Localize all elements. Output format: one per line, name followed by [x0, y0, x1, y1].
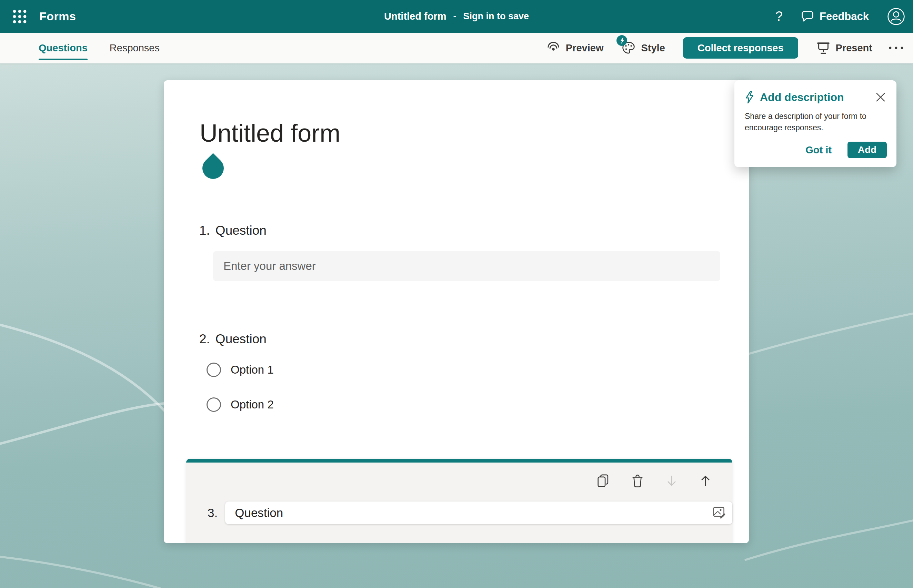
trash-icon [631, 473, 644, 488]
move-question-up-button[interactable] [698, 473, 712, 488]
person-avatar-icon [887, 7, 905, 26]
arrow-up-icon [699, 474, 712, 488]
tab-questions[interactable]: Questions [39, 33, 87, 63]
question-2-text: Question [215, 332, 267, 346]
edit-panel-accent-bar [186, 459, 732, 462]
top-app-bar: Forms Untitled form - Sign in to save ? … [0, 0, 913, 33]
question-2-label[interactable]: 2. Question [199, 332, 267, 346]
feedback-button[interactable]: Feedback [801, 10, 869, 23]
question-2-number: 2. [199, 332, 210, 346]
question-1-text: Question [215, 223, 267, 238]
delete-question-button[interactable] [630, 473, 645, 489]
document-title-group: Untitled form - Sign in to save [384, 0, 529, 33]
style-icon-group [621, 41, 636, 55]
copy-icon [596, 473, 609, 488]
style-label: Style [641, 42, 665, 54]
account-avatar-button[interactable] [887, 7, 905, 26]
title-separator: - [453, 11, 456, 22]
topbar-right: ? Feedback [776, 7, 913, 26]
active-tab-underline [39, 58, 87, 60]
tab-responses[interactable]: Responses [110, 33, 160, 63]
present-screen-icon [816, 41, 831, 55]
add-description-popup: Add description Share a description of y… [734, 80, 897, 167]
question-1-number: 1. [199, 223, 210, 238]
add-description-button[interactable]: Add [847, 142, 887, 158]
lightning-badge-icon [620, 37, 624, 44]
help-button[interactable]: ? [776, 9, 783, 24]
close-icon [875, 92, 886, 103]
style-button[interactable]: Style [621, 41, 665, 55]
feedback-label: Feedback [819, 10, 869, 23]
sign-in-to-save-link[interactable]: Sign in to save [463, 11, 529, 22]
move-question-down-button[interactable] [665, 473, 679, 488]
option-row-2[interactable]: Option 2 [207, 397, 274, 412]
form-canvas-card: Untitled form 1. Question Enter your ans… [164, 80, 749, 543]
preview-button[interactable]: Preview [546, 42, 604, 54]
image-insert-icon [712, 506, 727, 519]
question-3-edit-panel: 3. Question [186, 459, 732, 543]
radio-option-1[interactable] [207, 363, 221, 377]
option-row-1[interactable]: Option 1 [207, 363, 274, 377]
question-1-label[interactable]: 1. Question [199, 223, 267, 238]
question-3-toolbar [186, 462, 732, 489]
present-button[interactable]: Present [816, 41, 872, 55]
collect-responses-button[interactable]: Collect responses [683, 37, 798, 58]
popup-footer: Got it Add [745, 142, 887, 158]
duplicate-question-button[interactable] [596, 473, 610, 489]
answer-placeholder: Enter your answer [223, 260, 316, 273]
forms-app-screen: Forms Untitled form - Sign in to save ? … [0, 0, 913, 588]
popup-close-button[interactable] [874, 91, 887, 103]
popup-header: Add description [745, 90, 887, 104]
ellipsis-icon [888, 46, 904, 50]
question-3-row: 3. Question [186, 501, 732, 524]
present-label: Present [836, 42, 872, 54]
insert-media-button[interactable] [712, 506, 727, 519]
question-3-number: 3. [208, 506, 218, 520]
popup-title: Add description [760, 91, 844, 104]
question-1-answer-input[interactable]: Enter your answer [213, 251, 720, 281]
eye-preview-icon [546, 42, 561, 54]
view-tabs: Questions Responses [0, 33, 160, 63]
waffle-icon [13, 9, 27, 24]
app-launcher-button[interactable] [10, 7, 29, 26]
more-options-button[interactable] [888, 46, 904, 50]
document-title: Untitled form [384, 11, 446, 22]
popup-body-text: Share a description of your form to enco… [745, 111, 887, 133]
tab-questions-label: Questions [39, 42, 87, 54]
question-3-text: Question [235, 506, 283, 520]
speech-bubble-icon [801, 10, 814, 23]
preview-label: Preview [566, 42, 604, 54]
topbar-left: Forms [0, 7, 76, 26]
lightning-bolt-icon [745, 90, 755, 104]
option-2-label: Option 2 [231, 398, 274, 411]
form-title[interactable]: Untitled form [200, 119, 340, 147]
command-ribbon: Questions Responses Preview [0, 33, 913, 63]
question-3-title-input[interactable]: Question [225, 501, 732, 524]
tab-responses-label: Responses [110, 42, 160, 54]
app-name: Forms [39, 10, 76, 23]
option-1-label: Option 1 [231, 363, 274, 376]
arrow-down-icon [666, 474, 678, 488]
radio-option-2[interactable] [207, 397, 221, 412]
ribbon-actions: Preview St [528, 37, 913, 58]
theme-droplet-icon [198, 153, 228, 183]
got-it-button[interactable]: Got it [805, 144, 832, 156]
